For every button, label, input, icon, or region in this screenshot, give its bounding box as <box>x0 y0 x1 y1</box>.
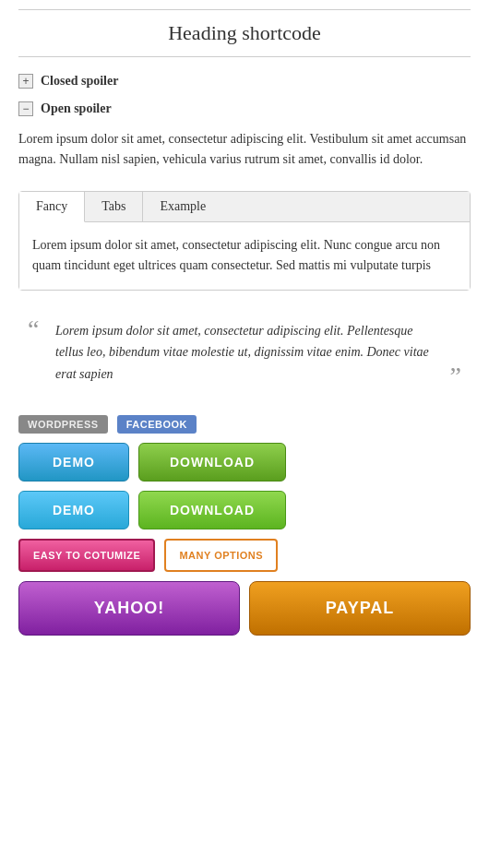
main-heading: Heading shortcode <box>18 21 471 45</box>
many-options-button[interactable]: MANY OPTIONS <box>164 539 278 572</box>
open-spoiler-content: Lorem ipsum dolor sit amet, consectetur … <box>18 129 471 171</box>
download-button-2[interactable]: DOWNLOAD <box>138 491 286 529</box>
demo-button-2[interactable]: DEMO <box>18 491 129 529</box>
yahoo-button[interactable]: YAHOO! <box>18 581 240 636</box>
bottom-divider <box>18 56 471 57</box>
tabs-widget: Fancy Tabs Example Lorem ipsum dolor sit… <box>18 191 471 291</box>
open-spoiler-row: − Open spoiler <box>18 101 471 116</box>
button-row-2: DEMO DOWNLOAD <box>18 443 471 482</box>
open-quote-mark: “ <box>28 316 39 342</box>
top-divider <box>18 9 471 10</box>
tab-tabs[interactable]: Tabs <box>85 192 143 221</box>
blockquote-section: “ Lorem ipsum dolor sit amet, consectetu… <box>18 311 471 395</box>
button-row-5: YAHOO! PAYPAL <box>18 581 471 636</box>
closed-spoiler-row: + Closed spoiler <box>18 74 471 89</box>
easy-customize-button[interactable]: EASY TO COTUMIZE <box>18 539 155 572</box>
open-spoiler-label: Open spoiler <box>41 101 112 116</box>
tabs-content-panel: Lorem ipsum dolor sit amet, consectetur … <box>19 222 470 290</box>
buttons-section: WORDPRESS FACEBOOK DEMO DOWNLOAD DEMO DO… <box>18 415 471 636</box>
tab-fancy[interactable]: Fancy <box>19 192 85 222</box>
open-spoiler-icon[interactable]: − <box>18 101 33 116</box>
tab-example[interactable]: Example <box>143 192 222 221</box>
closed-spoiler-label: Closed spoiler <box>41 74 118 89</box>
closed-spoiler-icon[interactable]: + <box>18 74 33 89</box>
page-container: Heading shortcode + Closed spoiler − Ope… <box>0 0 489 663</box>
download-button-1[interactable]: DOWNLOAD <box>138 443 286 482</box>
blockquote-text: Lorem ipsum dolor sit amet, consectetur … <box>55 320 443 386</box>
tabs-content-text: Lorem ipsum dolor sit amet, consectetur … <box>32 235 457 277</box>
wordpress-button[interactable]: WORDPRESS <box>18 415 108 434</box>
paypal-button[interactable]: PAYPAL <box>249 581 471 636</box>
button-row-1: WORDPRESS FACEBOOK <box>18 415 471 434</box>
button-row-3: DEMO DOWNLOAD <box>18 491 471 529</box>
facebook-button[interactable]: FACEBOOK <box>117 415 197 434</box>
tabs-header: Fancy Tabs Example <box>19 192 470 222</box>
button-row-4: EASY TO COTUMIZE MANY OPTIONS <box>18 539 471 572</box>
close-quote-mark: ” <box>450 363 461 389</box>
demo-button-1[interactable]: DEMO <box>18 443 129 482</box>
